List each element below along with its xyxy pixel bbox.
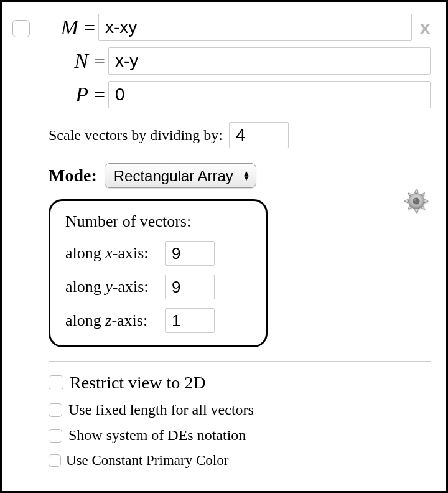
equals-sign: = [91,83,108,106]
scale-input[interactable] [229,122,289,148]
x-axis-input[interactable] [165,241,215,266]
z-axis-var: z [105,311,111,329]
constant-color-row: Use Constant Primary Color [49,453,431,469]
restrict-2d-row: Restrict view to 2D [49,373,431,393]
fixed-length-row: Use fixed length for all vectors [49,401,431,418]
mode-select[interactable]: Rectangular Array [105,163,256,188]
fixed-length-label: Use fixed length for all vectors [68,401,254,418]
restrict-2d-checkbox[interactable] [49,375,63,390]
equals-sign: = [81,16,98,39]
gear-icon [402,187,431,215]
n-row: N = [49,47,431,75]
y-axis-var: y [105,278,113,296]
p-label: P [49,83,88,106]
constant-color-label: Use Constant Primary Color [66,453,228,469]
n-label: N [49,49,88,73]
show-de-checkbox[interactable] [49,429,62,443]
mode-select-wrap: Rectangular Array ▲▼ [105,163,256,188]
vector-count-title: Number of vectors: [65,212,251,231]
restrict-2d-label: Restrict view to 2D [70,373,206,393]
x-axis-var: x [105,244,113,262]
divider [49,361,431,362]
panel: M = x N = P = Scale vectors by dividing … [0,0,448,493]
enable-checkbox[interactable] [12,20,30,37]
n-input[interactable] [108,47,431,75]
z-axis-pre: along [65,311,105,329]
options-section: Restrict view to 2D Use fixed length for… [49,373,431,469]
scale-row: Scale vectors by dividing by: [49,122,431,148]
settings-button[interactable] [402,187,431,218]
vector-count-box: Number of vectors: along x-axis: along y… [49,199,268,347]
y-axis-post: -axis: [113,278,149,296]
x-axis-label: along x-axis: [65,244,165,263]
mode-label: Mode: [49,166,97,185]
m-row: M = x [12,14,431,41]
x-axis-pre: along [65,244,105,262]
x-axis-post: -axis: [113,244,149,262]
y-axis-pre: along [65,278,105,296]
z-axis-label: along z-axis: [65,311,165,330]
y-axis-row: along y-axis: [65,275,251,299]
svg-point-2 [414,199,416,201]
p-row: P = [49,81,431,108]
y-axis-input[interactable] [165,275,215,299]
equals-sign: = [91,50,108,73]
x-axis-row: along x-axis: [65,241,251,266]
z-axis-row: along z-axis: [65,308,251,333]
z-axis-post: -axis: [111,311,147,329]
z-axis-input[interactable] [165,308,215,333]
fixed-length-checkbox[interactable] [49,403,62,417]
y-axis-label: along y-axis: [65,278,165,296]
scale-label: Scale vectors by dividing by: [49,127,223,144]
constant-color-checkbox[interactable] [49,454,61,467]
m-input[interactable] [98,14,412,41]
close-icon[interactable]: x [419,17,431,37]
m-label: M [39,16,78,39]
show-de-label: Show system of DEs notation [68,427,246,444]
mode-row: Mode: Rectangular Array ▲▼ [49,163,431,188]
svg-point-1 [413,198,420,205]
p-input[interactable] [108,81,431,108]
show-de-row: Show system of DEs notation [49,427,431,444]
